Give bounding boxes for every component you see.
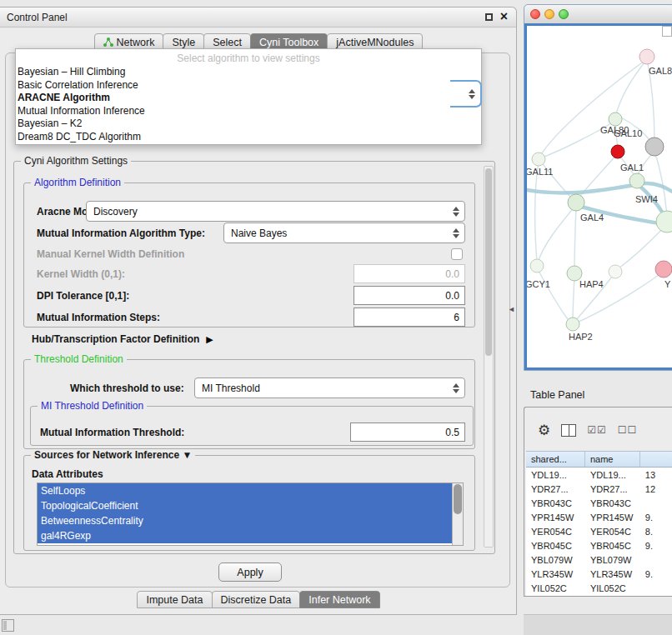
dropdown-item-dream8-dc-tdc-algorithm[interactable]: Dream8 DC_TDC Algorithm	[16, 131, 481, 144]
column-header-extra[interactable]	[640, 452, 672, 467]
table-row[interactable]: YPR145WYPR145W9.	[526, 510, 672, 524]
close-traffic-light[interactable]	[530, 9, 540, 19]
table-row[interactable]: YDR27...YDR27...12	[526, 482, 672, 496]
network-node[interactable]	[655, 261, 672, 278]
network-edge[interactable]	[574, 206, 576, 270]
tab-label: Select	[213, 37, 242, 48]
table-row[interactable]: YBL079WYBL079W	[526, 552, 672, 567]
kernel-width-value: 0.0	[445, 268, 459, 280]
dropdown-item-mutual-information-inference[interactable]: Mutual Information Inference	[16, 105, 481, 118]
dropdown-item-basic-correlation-inference[interactable]: Basic Correlation Inference	[16, 79, 481, 92]
table-row[interactable]: YLR345WYLR345W9.	[526, 567, 672, 581]
network-edge[interactable]	[615, 59, 647, 118]
network-edge[interactable]	[527, 184, 639, 192]
settings-scrollbar[interactable]	[484, 166, 494, 548]
aracne-mode-select[interactable]: Discovery	[86, 201, 465, 222]
apply-button[interactable]: Apply	[218, 562, 282, 582]
column-header-name[interactable]: name	[585, 452, 640, 467]
table-cell: YBL079W	[526, 555, 585, 565]
dropdown-item-bayesian-hill-climbing[interactable]: Bayesian – Hill Climbing	[16, 66, 481, 79]
network-node[interactable]	[532, 152, 545, 166]
tab-label: jActiveMNodules	[336, 37, 414, 48]
panel-toggle-icon[interactable]	[2, 619, 14, 632]
zoom-traffic-light[interactable]	[559, 9, 569, 19]
table-row[interactable]: YDL19...YDL19...13	[526, 468, 672, 482]
table-row[interactable]: YER054CYER054C8.	[526, 524, 672, 538]
mi-type-label: Mutual Information Algorithm Type:	[37, 228, 205, 239]
network-node[interactable]	[656, 211, 672, 232]
mi-type-select[interactable]: Naive Bayes	[223, 222, 465, 243]
mi-threshold-input[interactable]: 0.5	[350, 422, 465, 442]
scrollbar-thumb[interactable]	[454, 484, 462, 514]
table-cell: YDL19...	[526, 470, 585, 480]
network-edge[interactable]	[538, 269, 569, 322]
dropdown-item-aracne-algorithm[interactable]: ARACNE Algorithm	[16, 92, 481, 105]
aracne-mode-value: Discovery	[93, 206, 138, 218]
tab-label: Impute Data	[146, 594, 203, 606]
attribute-item-gal4rgexp[interactable]: gal4RGexp	[38, 528, 452, 543]
network-node[interactable]	[609, 265, 622, 278]
gear-icon[interactable]: ⚙	[538, 423, 550, 438]
scrollbar-thumb[interactable]	[485, 168, 492, 356]
network-node[interactable]	[530, 259, 544, 272]
node-label-gal11: GAL11	[527, 167, 553, 177]
window-buttons: ×	[485, 12, 508, 22]
network-node[interactable]	[629, 173, 644, 188]
network-edge[interactable]	[573, 276, 574, 321]
bottom-tab-impute-data[interactable]: Impute Data	[137, 591, 212, 608]
network-edge[interactable]	[538, 206, 575, 262]
list-scrollbar[interactable]	[452, 483, 463, 545]
which-threshold-select[interactable]: MI Threshold	[194, 378, 465, 398]
node-table: shared...name YDL19...YDL19...13YDR27...…	[526, 451, 672, 596]
sources-section-toggle[interactable]: Sources for Network Inference ▼	[31, 449, 195, 461]
collapse-arrow-icon[interactable]: ▼	[182, 449, 192, 461]
table-row[interactable]: YIL052CYIL052C	[526, 581, 672, 595]
data-attributes-list[interactable]: SelfLoopsTopologicalCoefficientBetweenne…	[37, 482, 464, 546]
mi-steps-input[interactable]: 6	[354, 308, 465, 327]
tab-label: Discretize Data	[221, 594, 292, 606]
select-columns-icon[interactable]: ☑☑	[587, 424, 607, 436]
table-row[interactable]: YBR045CYBR045C9.	[526, 538, 672, 552]
column-browser-icon[interactable]	[561, 424, 576, 437]
mi-steps-label: Mutual Information Steps:	[37, 312, 160, 323]
table-cell: 9.	[640, 541, 672, 551]
dropdown-item-bayesian-k2[interactable]: Bayesian – K2	[16, 118, 481, 131]
network-node[interactable]	[611, 145, 624, 158]
attribute-item-selfloops[interactable]: SelfLoops	[38, 483, 452, 498]
close-icon[interactable]: ×	[500, 12, 508, 22]
attribute-item-betweennesscentrality[interactable]: BetweennessCentrality	[38, 513, 452, 528]
tab-label: Network	[117, 37, 155, 48]
attribute-item-topologicalcoefficient[interactable]: TopologicalCoefficient	[38, 498, 452, 513]
network-window-titlebar[interactable]	[524, 5, 672, 23]
network-edge[interactable]	[619, 226, 665, 268]
table-row[interactable]: YBR043CYBR043C	[526, 496, 672, 510]
network-icon	[103, 38, 113, 48]
table-cell: YER054C	[526, 527, 585, 537]
network-edge[interactable]	[535, 162, 539, 262]
manual-kernel-label: Manual Kernel Width Definition	[37, 248, 184, 260]
network-node[interactable]	[568, 194, 584, 211]
control-panel-titlebar[interactable]: Control Panel ×	[0, 8, 516, 28]
column-header-shared[interactable]: shared...	[526, 452, 585, 467]
network-node[interactable]	[609, 112, 622, 126]
network-node[interactable]	[639, 49, 654, 64]
minimize-traffic-light[interactable]	[544, 9, 554, 19]
bottom-tab-discretize-data[interactable]: Discretize Data	[212, 591, 301, 608]
expand-arrow-icon[interactable]: ▶	[206, 334, 213, 345]
algorithm-combobox-focused[interactable]	[450, 80, 482, 108]
network-canvas-svg[interactable]: GAL8GAL80GAL10GAL11GAL1SWI4GAL4GCY1HAP4Y…	[527, 26, 672, 369]
bottom-tab-infer-network[interactable]: Infer Network	[299, 591, 379, 608]
network-canvas[interactable]: GAL8GAL80GAL10GAL11GAL1SWI4GAL4GCY1HAP4Y…	[524, 23, 672, 370]
dpi-tolerance-input[interactable]: 0.0	[354, 286, 465, 305]
hub-section-toggle[interactable]: Hub/Transcription Factor Definition ▶	[32, 333, 213, 345]
network-edge[interactable]	[540, 59, 647, 156]
float-window-icon[interactable]	[485, 13, 493, 21]
network-node[interactable]	[645, 138, 664, 156]
manual-kernel-checkbox[interactable]	[451, 248, 463, 260]
panel-collapse-icon[interactable]: ◄	[508, 305, 515, 313]
table-cell: YIL052C	[585, 583, 640, 593]
deselect-columns-icon[interactable]: ☐☐	[618, 424, 638, 436]
network-node[interactable]	[566, 318, 579, 331]
table-cell: YLR345W	[585, 569, 640, 579]
kernel-width-input[interactable]: 0.0	[354, 264, 465, 283]
